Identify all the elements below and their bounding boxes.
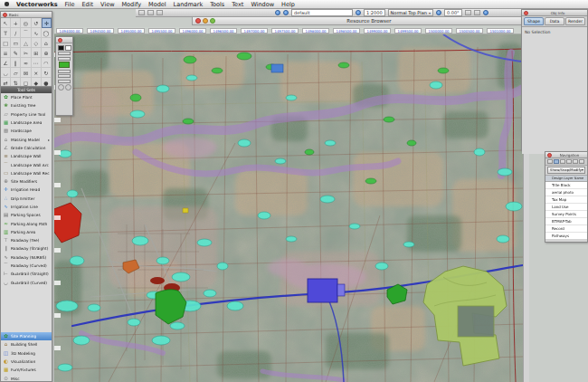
- fill-style-dropdown[interactable]: [58, 52, 71, 55]
- close-icon[interactable]: [195, 18, 201, 24]
- tool-sets-titlebar[interactable]: Tool Sets: [1, 87, 52, 93]
- tool-row[interactable]: ∴ Drip Emitter: [1, 195, 52, 203]
- layer-row[interactable]: ✓ Land Use: [545, 204, 587, 211]
- layer-row[interactable]: ✓ Tax Map: [545, 196, 587, 204]
- tool-row[interactable]: ▩ Hardscape: [1, 127, 52, 135]
- apple-icon[interactable]: [5, 2, 9, 6]
- layer-row[interactable]: ✓ Record: [545, 225, 587, 233]
- sheet-layers-tab-icon[interactable]: [560, 159, 565, 164]
- rotation-field[interactable]: 0.00°: [444, 9, 462, 16]
- references-tab-icon[interactable]: [579, 159, 584, 164]
- close-icon[interactable]: [524, 11, 528, 15]
- tool-row[interactable]: ∠ Grade Calculation: [1, 144, 52, 152]
- layer-row[interactable]: ✓ Title Block: [545, 182, 587, 189]
- menu-item[interactable]: File: [65, 1, 75, 8]
- tool-row[interactable]: ▦ Landscape Area: [1, 119, 52, 127]
- tool-row[interactable]: ◡ Guardrail (Curved): [1, 279, 52, 287]
- tool-row[interactable]: ⊕ Site Modifiers: [1, 177, 52, 186]
- menu-item[interactable]: Modify: [122, 1, 142, 8]
- map-canvas[interactable]: [54, 34, 523, 382]
- grid-tool[interactable]: ⊞: [32, 48, 42, 58]
- layer-row[interactable]: ✓ Survey Points: [545, 211, 587, 218]
- tool-row[interactable]: ▭ Landscape Wall Rec: [1, 169, 52, 177]
- tool-row[interactable]: ✿ Place Plant: [1, 93, 52, 101]
- offset-tool[interactable]: ≡: [1, 48, 11, 58]
- shadow-button[interactable]: [65, 84, 71, 91]
- arc-up-tool[interactable]: ◠: [42, 58, 52, 68]
- layer-row[interactable]: ✓ BTMAP-Tab: [545, 218, 587, 225]
- object-info-tab[interactable]: Data: [545, 17, 564, 25]
- pen-style-dropdown[interactable]: [58, 57, 71, 61]
- tool-row[interactable]: ∿ Roadway (NURBS): [1, 253, 52, 262]
- center-tool[interactable]: ⊕: [42, 48, 52, 58]
- tool-row[interactable]: ≡ Landscape Wall: [1, 152, 52, 160]
- triangle-tool[interactable]: △: [21, 38, 31, 48]
- layer-options-dropdown[interactable]: Show/Snap/Modify▾: [547, 167, 585, 174]
- tool-row[interactable]: ▥ Parking Area: [1, 228, 52, 236]
- angle-tool[interactable]: ∠: [1, 58, 11, 68]
- menu-item[interactable]: Text: [232, 1, 243, 8]
- pan-tool[interactable]: +: [11, 18, 21, 28]
- zone-blue-small[interactable]: [271, 64, 283, 72]
- tool-row[interactable]: ⊤ Roadway (Tee): [1, 236, 52, 244]
- parallel-tool[interactable]: ∥: [11, 58, 21, 68]
- menu-item[interactable]: Help: [281, 1, 295, 8]
- marker-dropdown[interactable]: [58, 80, 71, 83]
- trim-tool[interactable]: ✂: [21, 48, 31, 58]
- shape-tool[interactable]: ⌂: [42, 38, 52, 48]
- selection-tool[interactable]: ↖: [1, 18, 11, 28]
- tool-set-group[interactable]: ⊙ Misc: [1, 374, 52, 382]
- rotate-tool[interactable]: ↺: [32, 18, 42, 28]
- active-color-chip[interactable]: [59, 62, 70, 68]
- update-icon[interactable]: [483, 10, 488, 15]
- object-info-tab[interactable]: Render: [565, 17, 585, 25]
- menu-item[interactable]: Landmark: [174, 1, 204, 8]
- menu-item[interactable]: Edit: [81, 1, 93, 8]
- tool-row[interactable]: ∿ Irrigation Line: [1, 203, 52, 211]
- basic-palette-titlebar[interactable]: Basic: [1, 12, 52, 18]
- fill-color-chip[interactable]: [58, 45, 64, 51]
- delete-tool[interactable]: ×: [32, 68, 42, 78]
- tool-row[interactable]: ⌒ Roadway (Curved): [1, 262, 52, 270]
- zoom-window-icon[interactable]: [210, 18, 215, 24]
- mode-button-2[interactable]: [147, 10, 154, 15]
- menu-item[interactable]: Model: [148, 1, 166, 8]
- rotate-cw-tool[interactable]: ↻: [42, 68, 52, 78]
- layer-options-icon[interactable]: [356, 10, 361, 15]
- minimize-icon[interactable]: [203, 18, 208, 24]
- tool-row[interactable]: ⌒ Landscape Wall Arc: [1, 160, 52, 168]
- rectangle-tool[interactable]: □: [1, 38, 11, 48]
- zone-yellow-marker[interactable]: [183, 208, 188, 213]
- arc-tool[interactable]: ⌒: [21, 28, 31, 38]
- tool-set-group[interactable]: ▦ Furn/Fixtures: [1, 366, 52, 374]
- attributes-titlebar[interactable]: [56, 37, 72, 43]
- zoom-tool[interactable]: ◎: [21, 18, 31, 28]
- layer-row[interactable]: ✓ aerial photo: [545, 189, 587, 196]
- layer-row[interactable]: ✓ Pathways: [545, 233, 587, 239]
- fit-to-objects-icon[interactable]: [283, 10, 289, 15]
- edit-tool[interactable]: ✎: [11, 48, 21, 58]
- clip-tool[interactable]: ⊠: [21, 68, 31, 78]
- line-weight-dropdown[interactable]: [58, 70, 71, 73]
- snap-tool[interactable]: ✛: [42, 18, 52, 28]
- close-icon[interactable]: [547, 153, 552, 158]
- tool-set-group[interactable]: ◐ Visualization: [1, 358, 52, 366]
- dots-tool[interactable]: ⋯: [32, 58, 42, 68]
- object-info-tab[interactable]: Shape: [524, 17, 544, 25]
- circle-tool[interactable]: ◯: [42, 28, 52, 38]
- saved-views-tab-icon[interactable]: [573, 159, 578, 164]
- saved-views-icon[interactable]: [275, 10, 280, 15]
- rounded-rect-tool[interactable]: ▭: [11, 38, 21, 48]
- navigation-titlebar[interactable]: Navigation: [545, 152, 587, 158]
- scale-field[interactable]: 1:2000: [364, 9, 385, 16]
- design-layers-tab-icon[interactable]: [554, 159, 559, 164]
- line-tool[interactable]: /: [11, 28, 21, 38]
- tool-row[interactable]: ⊢ Guardrail (Straight): [1, 270, 52, 278]
- classes-tab-icon[interactable]: [547, 159, 553, 164]
- viewports-tab-icon[interactable]: [566, 159, 572, 164]
- tool-row[interactable]: ▤ Parking Spaces: [1, 211, 52, 219]
- tool-row[interactable]: ∥ Roadway (Straight): [1, 244, 52, 253]
- pen-color-chip[interactable]: [65, 45, 71, 51]
- arc-down-tool[interactable]: ◡: [1, 68, 11, 78]
- freehand-tool[interactable]: ∿: [32, 28, 42, 38]
